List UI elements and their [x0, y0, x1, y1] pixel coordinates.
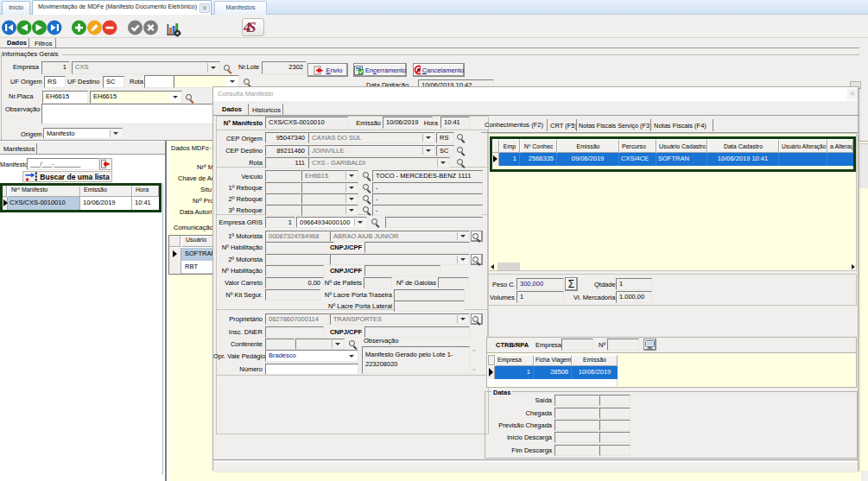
svg-text:4S: 4S [244, 20, 257, 35]
